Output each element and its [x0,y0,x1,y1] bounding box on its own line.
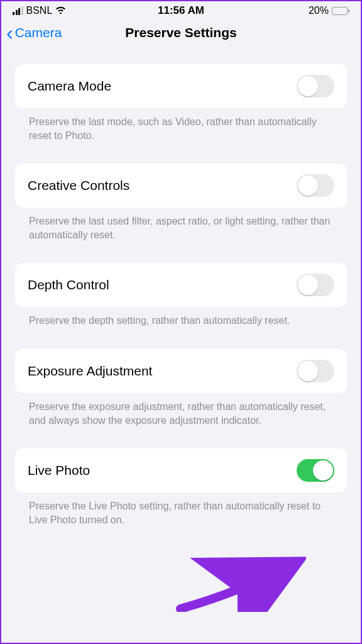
toggle-exposure-adjustment[interactable] [297,360,334,382]
setting-row-live-photo[interactable]: Live Photo [15,448,347,492]
setting-label: Camera Mode [28,79,111,94]
setting-row-exposure-adjustment[interactable]: Exposure Adjustment [15,349,347,393]
toggle-live-photo[interactable] [297,459,334,482]
setting-row-depth-control[interactable]: Depth Control [15,263,347,307]
setting-desc: Preserve the last mode, such as Video, r… [15,108,347,142]
setting-desc: Preserve the exposure adjustment, rather… [15,393,347,427]
settings-list: Camera Mode Preserve the last mode, such… [1,52,361,526]
setting-row-camera-mode[interactable]: Camera Mode [15,64,347,108]
setting-desc: Preserve the depth setting, rather than … [15,307,347,328]
setting-label: Creative Controls [28,178,129,193]
toggle-depth-control[interactable] [297,274,334,296]
nav-header: ‹ Camera Preserve Settings [1,19,361,52]
toggle-camera-mode[interactable] [297,75,334,97]
back-label: Camera [15,25,62,40]
annotation-arrow-icon [174,555,306,614]
toggle-creative-controls[interactable] [297,174,334,197]
battery-icon [332,7,349,15]
page-title: Preserve Settings [125,25,236,40]
signal-icon [13,6,23,15]
carrier-label: BSNL [26,5,53,16]
status-left: BSNL [13,5,66,16]
status-bar: BSNL 11:56 AM 20% [1,1,361,19]
status-right: 20% [309,5,349,16]
status-time: 11:56 AM [158,4,204,17]
chevron-left-icon: ‹ [6,28,13,38]
setting-label: Depth Control [28,277,109,292]
setting-row-creative-controls[interactable]: Creative Controls [15,164,347,208]
wifi-icon [55,5,66,16]
setting-label: Live Photo [28,463,90,478]
back-button[interactable]: ‹ Camera [6,25,62,40]
setting-label: Exposure Adjustment [28,364,152,379]
setting-desc: Preserve the Live Photo setting, rather … [15,492,347,526]
setting-desc: Preserve the last used filter, aspect ra… [15,208,347,242]
battery-percent: 20% [309,5,329,16]
